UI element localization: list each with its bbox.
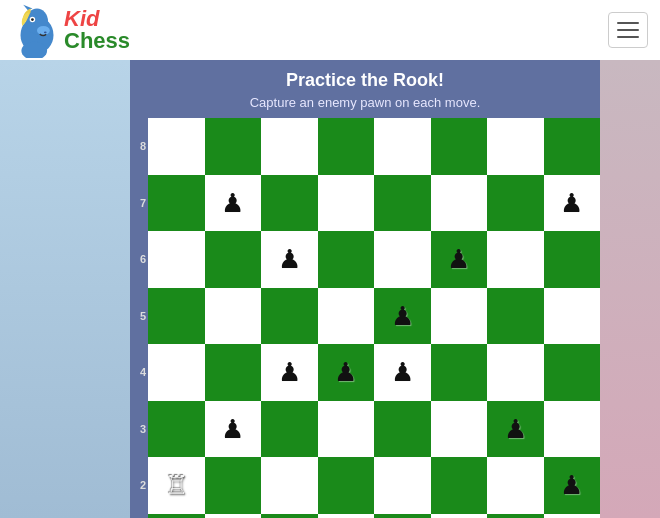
piece-black-pawn-h2: ♟ <box>560 472 583 498</box>
cell-f6[interactable]: ♟ <box>431 231 488 288</box>
cell-g2[interactable] <box>487 457 544 514</box>
cell-c8[interactable] <box>261 118 318 175</box>
cell-c1[interactable] <box>261 514 318 519</box>
piece-black-pawn-e5: ♟ <box>391 303 414 329</box>
cell-a5[interactable] <box>148 288 205 345</box>
cell-b3[interactable]: ♟ <box>205 401 262 458</box>
cell-f5[interactable] <box>431 288 488 345</box>
logo-area: Kid Chess <box>12 3 130 58</box>
cell-b4[interactable] <box>205 344 262 401</box>
cell-h1[interactable] <box>544 514 601 519</box>
cell-b8[interactable] <box>205 118 262 175</box>
cell-e8[interactable] <box>374 118 431 175</box>
piece-black-pawn-g3: ♟ <box>504 416 527 442</box>
cell-c7[interactable] <box>261 175 318 232</box>
rank-label-4: 4 <box>130 344 148 401</box>
cell-f3[interactable] <box>431 401 488 458</box>
cell-g8[interactable] <box>487 118 544 175</box>
cell-d8[interactable] <box>318 118 375 175</box>
cell-e4[interactable]: ♟ <box>374 344 431 401</box>
cell-d2[interactable] <box>318 457 375 514</box>
cell-a2[interactable]: ♖ <box>148 457 205 514</box>
cell-e3[interactable] <box>374 401 431 458</box>
cell-f8[interactable] <box>431 118 488 175</box>
cell-b1[interactable] <box>205 514 262 519</box>
cell-c6[interactable]: ♟ <box>261 231 318 288</box>
piece-black-pawn-c6: ♟ <box>278 246 301 272</box>
cell-a4[interactable] <box>148 344 205 401</box>
piece-black-pawn-f6: ♟ <box>447 246 470 272</box>
svg-marker-5 <box>23 4 32 10</box>
rank-label-1: 1 <box>130 514 148 519</box>
cell-f1[interactable] <box>431 514 488 519</box>
board-area: Practice the Rook! Capture an enemy pawn… <box>130 60 600 518</box>
cell-d4[interactable]: ♟ <box>318 344 375 401</box>
cell-h5[interactable] <box>544 288 601 345</box>
cell-c4[interactable]: ♟ <box>261 344 318 401</box>
board-subtitle: Capture an enemy pawn on each move. <box>130 95 600 110</box>
cell-g6[interactable] <box>487 231 544 288</box>
cell-h3[interactable] <box>544 401 601 458</box>
cell-c5[interactable] <box>261 288 318 345</box>
cell-h8[interactable] <box>544 118 601 175</box>
cell-c3[interactable] <box>261 401 318 458</box>
cell-a6[interactable] <box>148 231 205 288</box>
cell-e2[interactable] <box>374 457 431 514</box>
cell-f4[interactable] <box>431 344 488 401</box>
cell-d3[interactable] <box>318 401 375 458</box>
cell-c2[interactable] <box>261 457 318 514</box>
header: Kid Chess <box>0 0 660 60</box>
cell-h2[interactable]: ♟ <box>544 457 601 514</box>
cell-g7[interactable] <box>487 175 544 232</box>
cell-g4[interactable] <box>487 344 544 401</box>
cell-b6[interactable] <box>205 231 262 288</box>
svg-point-2 <box>37 25 50 34</box>
rank-label-6: 6 <box>130 231 148 288</box>
board-header: Practice the Rook! Capture an enemy pawn… <box>130 60 600 118</box>
cell-d7[interactable] <box>318 175 375 232</box>
cell-a8[interactable] <box>148 118 205 175</box>
cell-e5[interactable]: ♟ <box>374 288 431 345</box>
cell-b7[interactable]: ♟ <box>205 175 262 232</box>
cell-d1[interactable] <box>318 514 375 519</box>
cell-h6[interactable] <box>544 231 601 288</box>
chessboard[interactable]: ♟♟♟♟♟♟♟♟♟♟♖♟ <box>148 118 600 518</box>
cell-e6[interactable] <box>374 231 431 288</box>
rank-label-3: 3 <box>130 401 148 458</box>
piece-black-pawn-d4: ♟ <box>334 359 357 385</box>
cell-f7[interactable] <box>431 175 488 232</box>
svg-point-4 <box>31 18 34 21</box>
cell-b2[interactable] <box>205 457 262 514</box>
cell-a3[interactable] <box>148 401 205 458</box>
right-panel <box>600 60 660 518</box>
rank-label-5: 5 <box>130 288 148 345</box>
cell-h4[interactable] <box>544 344 601 401</box>
piece-black-pawn-c4: ♟ <box>278 359 301 385</box>
hamburger-line-1 <box>617 22 639 24</box>
cell-f2[interactable] <box>431 457 488 514</box>
rank-label-7: 7 <box>130 175 148 232</box>
piece-black-pawn-h7: ♟ <box>560 190 583 216</box>
cell-e1[interactable] <box>374 514 431 519</box>
left-panel <box>0 60 130 518</box>
main-content: Practice the Rook! Capture an enemy pawn… <box>0 60 660 518</box>
cell-a7[interactable] <box>148 175 205 232</box>
cell-h7[interactable]: ♟ <box>544 175 601 232</box>
piece-black-pawn-b7: ♟ <box>221 190 244 216</box>
cell-a1[interactable] <box>148 514 205 519</box>
logo-horse-icon <box>12 3 62 58</box>
logo-kid-text: Kid <box>64 8 130 30</box>
hamburger-menu-button[interactable] <box>608 12 648 48</box>
piece-black-pawn-e4: ♟ <box>391 359 414 385</box>
cell-d5[interactable] <box>318 288 375 345</box>
hamburger-line-2 <box>617 29 639 31</box>
svg-point-6 <box>44 31 47 33</box>
piece-white-rook: ♖ <box>165 472 188 498</box>
cell-g1[interactable] <box>487 514 544 519</box>
cell-b5[interactable] <box>205 288 262 345</box>
cell-g3[interactable]: ♟ <box>487 401 544 458</box>
cell-d6[interactable] <box>318 231 375 288</box>
logo-chess-text: Chess <box>64 30 130 52</box>
cell-e7[interactable] <box>374 175 431 232</box>
cell-g5[interactable] <box>487 288 544 345</box>
